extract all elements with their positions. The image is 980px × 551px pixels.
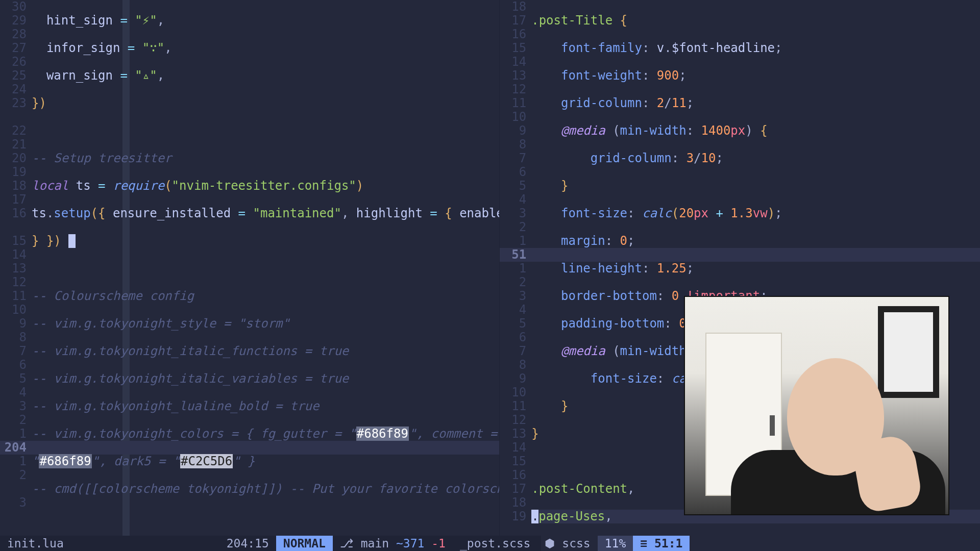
lang-icon: ⬢ xyxy=(545,537,555,550)
left-pane[interactable]: 3029282726252423222120191817161514131211… xyxy=(0,0,500,536)
statusline: init.lua 204:15 NORMAL ⎇ main ~371 -1 _p… xyxy=(0,536,541,551)
git-branch-icon: ⎇ xyxy=(340,537,354,550)
filename-right: _post.scss xyxy=(453,536,537,551)
git-diff-modified: ~371 xyxy=(396,537,424,550)
statusline-left: init.lua 204:15 xyxy=(0,536,276,551)
vim-mode: NORMAL xyxy=(276,536,333,551)
git-branch: ⎇ main ~371 -1 xyxy=(333,536,453,551)
scroll-percent: 11% xyxy=(598,536,633,551)
cursor-pos-right: ≡ 51:1 xyxy=(633,536,690,551)
statusline-right: NORMAL ⎇ main ~371 -1 _post.scss ⬢ scss … xyxy=(276,536,542,551)
line-number-gutter-right: 1817161514131211109876543215112345678910… xyxy=(500,0,531,523)
cursor-pos-left: 204:15 xyxy=(219,536,276,551)
webcam-overlay xyxy=(684,296,949,515)
filename-left: init.lua xyxy=(0,536,71,551)
filetype: ⬢ scss xyxy=(537,536,597,551)
git-diff-removed: -1 xyxy=(431,537,446,550)
loc-icon: ≡ xyxy=(640,537,647,550)
line-number-gutter-left: 3029282726252423222120191817161514131211… xyxy=(0,0,32,523)
code-area-left[interactable]: hint_sign = "⚡", infor_sign = "∵", warn_… xyxy=(32,0,499,536)
